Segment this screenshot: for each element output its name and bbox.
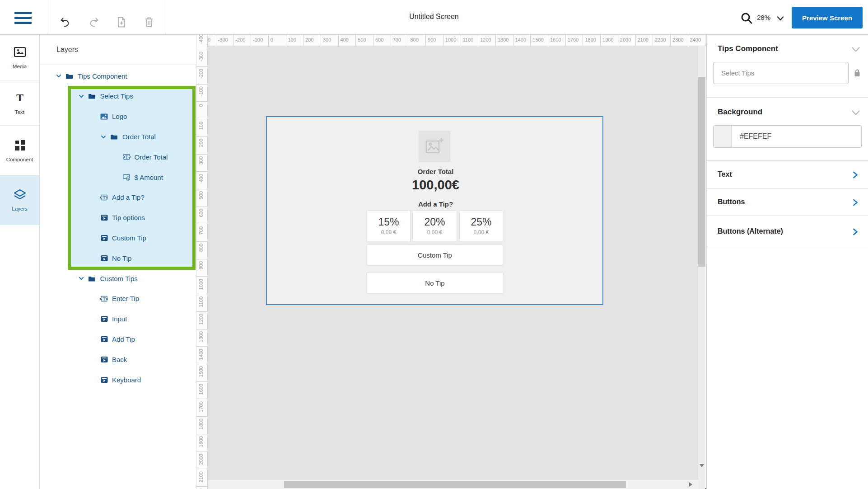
ruler-number: 2100 — [638, 37, 649, 42]
chevron-down-icon[interactable] — [100, 134, 107, 140]
screen-frame[interactable]: Order Total 100,00€ Add a Tip? 15%0,00 €… — [266, 116, 603, 305]
vertical-scrollbar-thumb[interactable] — [698, 77, 705, 267]
section-row-buttons-alternate-[interactable]: Buttons (Alternate) — [707, 216, 868, 247]
chevron-down-icon[interactable] — [78, 93, 84, 99]
chevron-right-icon[interactable] — [852, 198, 859, 208]
ruler-number: 2200 — [655, 37, 666, 42]
chevron-right-icon[interactable] — [852, 171, 859, 181]
layer-row-tips-component[interactable]: Tips Component — [40, 66, 196, 86]
chevron-down-icon[interactable] — [56, 73, 62, 79]
sidebar-item-component[interactable]: Component — [0, 126, 39, 175]
ruler-number: 1600 — [198, 384, 204, 395]
ruler-tick — [196, 469, 208, 469]
layer-row--amount[interactable]: $$ Amount — [40, 167, 196, 188]
chevron-down-icon[interactable] — [777, 15, 784, 23]
ruler-number: 2400 — [690, 37, 701, 42]
preview-screen-button[interactable]: Preview Screen — [792, 7, 863, 28]
ruler-number: 0 — [198, 104, 204, 107]
ruler-number: 1100 — [198, 296, 204, 307]
ruler-number: 1700 — [198, 401, 204, 412]
ruler-tick — [268, 35, 269, 46]
layer-row-custom-tip[interactable]: Custom Tip — [40, 228, 196, 248]
section-row-buttons[interactable]: Buttons — [707, 189, 868, 216]
ruler-number: -400 — [198, 35, 204, 44]
divider — [40, 65, 196, 65]
ruler-number: -200 — [198, 69, 204, 79]
chevron-right-icon[interactable] — [852, 228, 859, 238]
ruler-number: 1900 — [198, 436, 204, 447]
ruler-number: 2000 — [620, 37, 631, 42]
layer-row-custom-tips[interactable]: Custom Tips — [40, 268, 196, 289]
layer-row-order-total[interactable]: Order Total — [40, 127, 196, 147]
background-color-input[interactable]: #EFEFEF — [713, 125, 862, 148]
text-tool-icon: T — [14, 91, 26, 106]
chevron-down-icon[interactable] — [78, 275, 84, 282]
tool-rail: MediaTTextComponentLayers — [0, 35, 40, 489]
collapse-section-button[interactable] — [851, 110, 860, 118]
order-total-value[interactable]: 100,00€ — [267, 178, 604, 193]
layer-label: Custom Tip — [112, 234, 146, 242]
scroll-right-arrow-icon[interactable] — [689, 482, 692, 487]
order-total-label[interactable]: Order Total — [267, 168, 604, 175]
sidebar-item-layers[interactable]: Layers — [0, 175, 39, 225]
horizontal-scrollbar-thumb[interactable] — [284, 481, 626, 488]
text-icon: T — [100, 193, 108, 201]
layer-row-back[interactable]: Back — [40, 349, 196, 370]
section-row-text[interactable]: Text — [707, 160, 868, 189]
button-icon — [100, 315, 108, 323]
tip-amount: 0,00 € — [427, 229, 442, 235]
layers-icon — [13, 189, 27, 202]
tip-option-button-15[interactable]: 15%0,00 € — [367, 210, 411, 242]
zoom-search-button[interactable] — [740, 11, 753, 25]
custom-tip-button[interactable]: Custom Tip — [367, 244, 503, 265]
layer-row-enter-tip[interactable]: TEnter Tip — [40, 288, 196, 309]
zoom-level-value[interactable]: 28% — [757, 14, 770, 21]
no-tip-button[interactable]: No Tip — [367, 273, 503, 293]
component-name-input[interactable]: Select Tips — [713, 62, 849, 84]
ruler-number: 100 — [198, 122, 204, 130]
ruler-tick — [196, 381, 208, 382]
horizontal-scrollbar[interactable] — [208, 480, 698, 489]
sidebar-item-media[interactable]: Media — [0, 35, 39, 80]
layer-row-add-tip[interactable]: Add Tip — [40, 329, 196, 349]
inspector-panel: Tips Component Select Tips Background #E… — [706, 35, 868, 489]
layer-row-logo[interactable]: Logo — [40, 106, 196, 127]
layer-row-keyboard[interactable]: Keyboard — [40, 370, 196, 390]
background-color-swatch[interactable] — [714, 126, 732, 147]
ruler-tick — [196, 434, 208, 434]
scroll-down-arrow-icon[interactable] — [700, 464, 704, 467]
vertical-scrollbar[interactable] — [698, 46, 705, 480]
layer-label: Select Tips — [100, 92, 133, 100]
ruler-number: 400 — [341, 37, 349, 42]
ruler-tick — [196, 224, 208, 224]
layer-row-no-tip[interactable]: No Tip — [40, 248, 196, 268]
collapse-section-button[interactable] — [851, 47, 860, 55]
layer-row-order-total[interactable]: TOrder Total — [40, 147, 196, 167]
ruler-tick — [196, 259, 208, 259]
sidebar-item-text[interactable]: TText — [0, 80, 39, 126]
ruler-number: 0 — [271, 37, 273, 42]
ruler-number: 1300 — [198, 331, 204, 342]
add-a-tip-label[interactable]: Add a Tip? — [267, 200, 604, 208]
tip-percent: 15% — [378, 216, 399, 227]
layer-row-add-a-tip-[interactable]: TAdd a Tip? — [40, 187, 196, 207]
ruler-number: 1900 — [602, 37, 613, 42]
ruler-tick — [530, 35, 531, 46]
ruler-number: 500 — [358, 37, 366, 42]
logo-image-placeholder[interactable] — [419, 131, 450, 162]
layer-label: Tips Component — [78, 72, 127, 80]
ruler-number: 2300 — [672, 37, 683, 42]
layer-row-select-tips[interactable]: Select Tips — [40, 86, 196, 106]
svg-text:T: T — [103, 195, 106, 200]
layer-label: Add a Tip? — [112, 193, 145, 201]
ruler-tick — [565, 35, 566, 46]
tip-option-button-25[interactable]: 25%0,00 € — [459, 210, 503, 242]
tip-option-button-20[interactable]: 20%0,00 € — [412, 210, 457, 242]
ruler-number: 1200 — [198, 314, 204, 324]
layer-row-input[interactable]: Input — [40, 309, 196, 329]
ruler-tick — [196, 84, 208, 85]
horizontal-ruler: -400-300-200-100010020030040050060070080… — [196, 35, 706, 46]
layer-row-tip-options[interactable]: Tip options — [40, 207, 196, 228]
lock-icon[interactable] — [854, 69, 861, 79]
ruler-number: 1100 — [463, 37, 474, 42]
